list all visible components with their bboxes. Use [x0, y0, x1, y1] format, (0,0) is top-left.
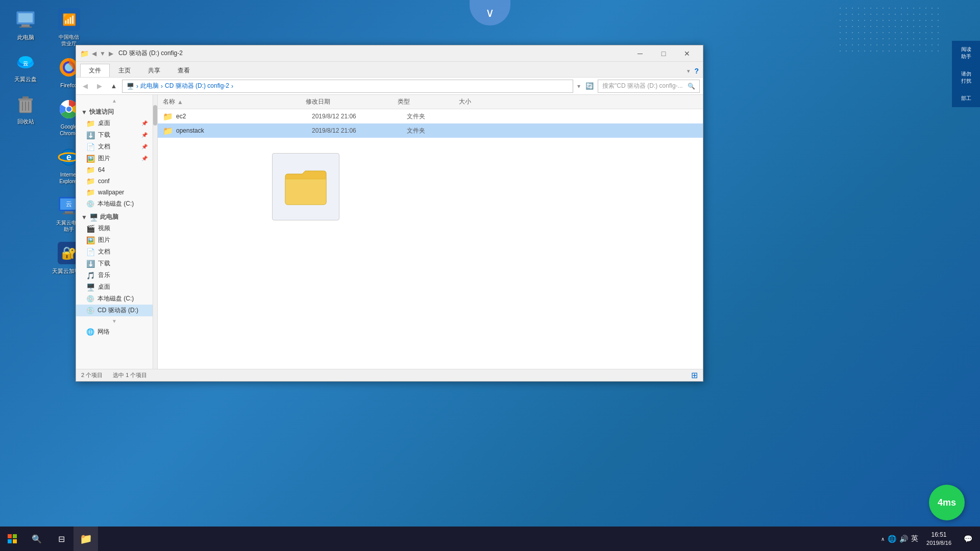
table-row[interactable]: 📁 ec2 2019/8/12 21:06 文件夹	[158, 109, 703, 123]
search-box[interactable]: 搜索"CD 驱动器 (D:) config-... 🔍	[598, 80, 700, 93]
this-pc-section-label: 此电脑	[100, 213, 118, 221]
tianyiyun-icon: 云	[13, 49, 38, 73]
tray-lang-label[interactable]: 英	[911, 534, 918, 543]
sidebar-network-label: 网络	[97, 328, 110, 336]
close-button[interactable]: ✕	[675, 45, 699, 62]
header-date[interactable]: 修改日期	[306, 97, 398, 106]
svg-rect-1	[18, 13, 33, 22]
right-panel-reading[interactable]: 阅读助手	[961, 46, 971, 60]
latency-value: 4ms	[938, 497, 956, 508]
svg-rect-36	[13, 539, 17, 543]
desktop-icon-china-telecom[interactable]: 📶 中国电信营业厅	[48, 5, 89, 49]
maximize-button[interactable]: □	[652, 45, 675, 62]
svg-rect-3	[19, 27, 32, 28]
breadcrumb-cd-drive[interactable]: CD 驱动器 (D:) config-2	[165, 82, 229, 90]
tab-view[interactable]: 查看	[169, 64, 199, 77]
forward-button[interactable]: ▶	[93, 80, 106, 92]
file-openstack-date: 2019/8/12 21:06	[312, 127, 404, 134]
header-size[interactable]: 大小	[459, 97, 510, 106]
breadcrumb-this-pc[interactable]: 此电脑	[140, 82, 159, 90]
sidebar-item-pc-documents[interactable]: 📄 文档	[76, 246, 153, 258]
sidebar-item-cd-drive[interactable]: 💿 CD 驱动器 (D:)	[76, 305, 153, 316]
taskbar-explorer-button[interactable]: 📁	[74, 527, 98, 551]
file-list: 名称 ▲ 修改日期 类型 大小 📁 ec2	[158, 95, 703, 369]
explorer-icon: 📁	[80, 533, 92, 545]
folder-64-icon: 📁	[86, 166, 95, 174]
file-ec2-name: ec2	[176, 113, 309, 120]
sidebar-scrollbar[interactable]	[153, 95, 157, 369]
sidebar-item-desktop[interactable]: 📁 桌面 📌	[76, 117, 153, 129]
file-explorer-window: 📁 ◀ ▼ ▶ CD 驱动器 (D:) config-2 ─ □ ✕ 文件 主页…	[76, 45, 703, 382]
chevron-button[interactable]: ∨	[470, 0, 510, 26]
tray-network-icon[interactable]: 🌐	[888, 535, 896, 543]
sidebar-item-music[interactable]: 🎵 音乐	[76, 269, 153, 281]
sidebar-downloads-label: 下载	[98, 131, 110, 139]
pc-docs-icon: 📄	[86, 248, 95, 256]
sidebar-pictures-label: 图片	[98, 154, 110, 163]
minimize-button[interactable]: ─	[628, 45, 652, 62]
sidebar-documents-label: 文档	[98, 142, 110, 151]
right-panel-dnd[interactable]: 请勿打扰	[961, 70, 971, 85]
this-pc-collapse: ▼	[81, 214, 87, 221]
sidebar-item-network[interactable]: 🌐 网络	[76, 326, 153, 338]
window-controls: ─ □ ✕	[628, 45, 699, 62]
sidebar-quick-access[interactable]: ▼ 快速访问	[76, 105, 153, 117]
sidebar-item-documents[interactable]: 📄 文档 📌	[76, 141, 153, 153]
taskbar-search-button[interactable]: 🔍	[24, 527, 49, 551]
table-row[interactable]: 📁 openstack 2019/8/12 21:06 文件夹	[158, 123, 703, 138]
ribbon-help[interactable]: ?	[694, 67, 699, 75]
tab-home[interactable]: 主页	[110, 64, 139, 77]
header-type[interactable]: 类型	[398, 97, 459, 106]
refresh-button[interactable]: 🔄	[583, 80, 596, 92]
desktop-icon-this-pc[interactable]: 此电脑	[5, 5, 46, 43]
pin-icon-4: 📌	[141, 156, 148, 161]
pin-icon: 📌	[141, 120, 148, 126]
sidebar-scroll-down[interactable]: ▼	[76, 316, 153, 326]
address-path[interactable]: 🖥️ › 此电脑 › CD 驱动器 (D:) config-2 ›	[122, 80, 573, 93]
sidebar-item-pictures[interactable]: 🖼️ 图片 📌	[76, 153, 153, 164]
sidebar-item-downloads[interactable]: ⬇️ 下载 📌	[76, 129, 153, 141]
desktop-folder-icon: 📁	[86, 119, 95, 128]
search-placeholder: 搜索"CD 驱动器 (D:) config-...	[602, 82, 683, 90]
sidebar-item-wallpaper[interactable]: 📁 wallpaper	[76, 187, 153, 198]
address-dropdown[interactable]: ▾	[575, 83, 582, 90]
sidebar-item-videos[interactable]: 🎬 视频	[76, 222, 153, 234]
sidebar-this-pc[interactable]: ▼ 🖥️ 此电脑	[76, 210, 153, 222]
sidebar-desktop-label: 桌面	[98, 119, 110, 128]
taskbar-clock[interactable]: 16:51 2019/8/16	[922, 529, 955, 549]
svg-point-22	[66, 107, 71, 112]
pin-icon-3: 📌	[141, 144, 148, 149]
tab-share[interactable]: 共享	[139, 64, 169, 77]
sidebar-item-local-disk-c[interactable]: 💿 本地磁盘 (C:)	[76, 293, 153, 305]
folder-openstack-icon: 📁	[163, 126, 173, 136]
tab-file[interactable]: 文件	[80, 64, 110, 77]
sidebar-wrapper: ▲ ▼ 快速访问 📁 桌面 📌 ⬇️ 下载 📌	[76, 95, 158, 369]
sidebar-item-pc-downloads[interactable]: ⬇️ 下载	[76, 258, 153, 269]
task-view-button[interactable]: ⊟	[49, 527, 74, 551]
file-ec2-type: 文件夹	[407, 112, 468, 121]
sidebar-scrollbar-thumb[interactable]	[153, 105, 157, 126]
tray-up-arrow[interactable]: ∧	[881, 536, 885, 542]
sidebar-item-64[interactable]: 📁 64	[76, 164, 153, 176]
sidebar-item-pc-pictures[interactable]: 🖼️ 图片	[76, 234, 153, 246]
sidebar-localc-label: 本地磁盘 (C:)	[97, 199, 134, 208]
desktop: ∨ 此电脑 云 天翼云盘 回收站 📶 中国电信营业厅	[0, 0, 980, 551]
sidebar-item-pc-desktop[interactable]: 🖥️ 桌面	[76, 281, 153, 293]
start-button[interactable]	[0, 527, 24, 551]
quick-access-label: 快速访问	[89, 108, 114, 116]
up-button[interactable]: ▲	[108, 80, 120, 92]
this-pc-drive-icon: 🖥️	[89, 213, 98, 221]
sidebar-item-local-c[interactable]: 💿 本地磁盘 (C:)	[76, 198, 153, 210]
back-button[interactable]: ◀	[79, 80, 91, 92]
view-toggle-icon[interactable]: ⊞	[691, 370, 698, 380]
notification-button[interactable]: 💬	[955, 527, 980, 551]
file-list-header: 名称 ▲ 修改日期 类型 大小	[158, 95, 703, 109]
desktop-icon-tianyiyun[interactable]: 云 天翼云盘	[5, 47, 46, 85]
sidebar-item-conf[interactable]: 📁 conf	[76, 176, 153, 187]
tray-speaker-icon[interactable]: 🔊	[899, 535, 908, 543]
header-name[interactable]: 名称 ▲	[163, 97, 306, 106]
ribbon-dropdown[interactable]: ▾	[687, 68, 690, 74]
desktop-icon-recyclebin[interactable]: 回收站	[5, 89, 46, 127]
sidebar-scroll-up[interactable]: ▲	[76, 97, 153, 105]
right-panel-dept[interactable]: 部工	[961, 95, 971, 102]
